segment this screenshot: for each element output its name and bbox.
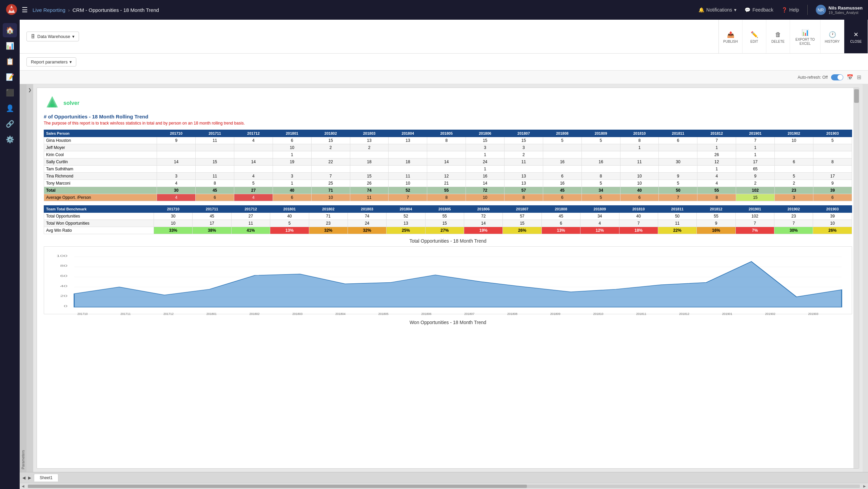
- prev-sheet-icon[interactable]: ◀: [22, 475, 25, 480]
- sidebar-item-integrations[interactable]: 🔗: [3, 117, 17, 131]
- bench-cell-name: Avg Win Ratio: [44, 227, 154, 234]
- cell-value: [775, 151, 813, 158]
- bench-cell-value: 14: [464, 220, 503, 227]
- average-cell: 8: [697, 194, 736, 201]
- table-header-201812: 201812: [697, 130, 736, 137]
- breadcrumb-link[interactable]: Live Reporting: [33, 7, 65, 13]
- total-cell: 55: [697, 187, 736, 194]
- cell-value: 2: [736, 180, 775, 187]
- bench-cell-value: 26%: [503, 227, 541, 234]
- bench-cell-value: 7%: [735, 227, 774, 234]
- cell-value: 2: [775, 180, 813, 187]
- sidebar-item-inputs[interactable]: 📝: [3, 70, 17, 84]
- cell-value: 5: [581, 137, 620, 144]
- sidebar-item-models[interactable]: ⬛: [3, 86, 17, 100]
- report-frame: solver # of Opportunities - 18 Month Rol…: [37, 88, 859, 469]
- vertical-scrollbar[interactable]: [853, 88, 859, 468]
- cell-salesperson: Jeff Moyer: [44, 144, 157, 151]
- feedback-button[interactable]: 💬 Feedback: [745, 7, 773, 13]
- chart1-x-label: 201801: [206, 312, 217, 316]
- cell-value: [311, 151, 350, 158]
- bench-cell-value: 45: [193, 213, 231, 220]
- table-header-201901: 201901: [736, 130, 775, 137]
- report-parameters-button[interactable]: Report parameters ▾: [26, 57, 76, 67]
- sidebar-item-data[interactable]: 📋: [3, 54, 17, 69]
- sheet1-tab[interactable]: Sheet1: [34, 474, 58, 482]
- bench-cell-value: 72: [464, 213, 503, 220]
- cell-salesperson: Tam Suthitham: [44, 166, 157, 173]
- cell-value: 2: [311, 144, 350, 151]
- bench-header-201812: 201812: [697, 206, 735, 213]
- export-excel-button[interactable]: 📊 EXPORT TO EXCEL: [790, 20, 821, 53]
- cell-salesperson: Kirin Cool: [44, 151, 157, 158]
- average-cell: 15: [736, 194, 775, 201]
- topbar: ☰ Live Reporting › CRM - Opportunities -…: [0, 0, 868, 20]
- cell-value: [813, 151, 852, 158]
- help-button[interactable]: ❓ Help: [782, 7, 799, 13]
- bench-header-201903: 201903: [813, 206, 852, 213]
- left-panel-arrow[interactable]: ❯: [26, 84, 33, 472]
- breadcrumb-separator: ›: [68, 7, 70, 13]
- total-cell: 23: [775, 187, 813, 194]
- cell-value: 8: [620, 137, 659, 144]
- sidebar-item-home[interactable]: 🏠: [3, 23, 17, 37]
- bench-header-201809: 201809: [580, 206, 619, 213]
- chart1-section: Total Opportunities - 18 Month Trend 0 2…: [44, 238, 852, 314]
- table-header-201802: 201802: [311, 130, 350, 137]
- publish-button[interactable]: 📤 PUBLISH: [719, 20, 743, 53]
- sidebar-item-users[interactable]: 👤: [3, 101, 17, 115]
- breadcrumb-current: CRM - Opportunities - 18 Month Trend: [73, 7, 159, 13]
- cell-value: 4: [234, 173, 273, 180]
- cell-value: 3: [273, 173, 311, 180]
- notifications-button[interactable]: 🔔 Notifications ▾: [698, 7, 736, 13]
- scroll-right-panel[interactable]: [863, 84, 868, 472]
- table-header-201806: 201806: [466, 130, 505, 137]
- average-cell: 7: [389, 194, 427, 201]
- bench-header-201807: 201807: [503, 206, 541, 213]
- svg-text:60: 60: [60, 274, 67, 278]
- table-row: Tam Suthitham1165: [44, 166, 852, 173]
- cell-value: [273, 166, 311, 173]
- average-cell: 4: [234, 194, 273, 201]
- bench-row: Total Opportunities304527407174525572574…: [44, 213, 852, 220]
- chart1-x-label: 201803: [292, 312, 302, 316]
- chart1-x-label: 201711: [120, 312, 131, 316]
- parameters-side-tab[interactable]: Parameters: [20, 84, 26, 472]
- chart1-x-label: 201808: [507, 312, 517, 316]
- average-cell: 4: [157, 194, 196, 201]
- autorefresh-toggle[interactable]: [831, 74, 843, 80]
- bench-cell-value: 30: [154, 213, 193, 220]
- table-row: Tony Marconi48512526102114131651054229: [44, 180, 852, 187]
- average-cell: 7: [659, 194, 697, 201]
- database-icon: 🗄: [31, 34, 35, 39]
- delete-button[interactable]: 🗑 DELETE: [766, 20, 790, 53]
- svg-point-2: [10, 8, 13, 11]
- bench-cell-value: 7: [774, 220, 813, 227]
- table-header-201810: 201810: [620, 130, 659, 137]
- user-menu[interactable]: NR Nils Rasmussen 19_Sales_Analyst: [816, 5, 863, 15]
- close-button[interactable]: ✕ CLOSE: [844, 20, 868, 53]
- menu-icon[interactable]: ☰: [22, 6, 28, 14]
- sidebar-item-reports[interactable]: 📊: [3, 39, 17, 53]
- table-header-201902: 201902: [775, 130, 813, 137]
- cell-value: [389, 166, 427, 173]
- bench-header-201805: 201805: [425, 206, 464, 213]
- chart1-container: 0 20 40 60 80 100: [44, 246, 852, 314]
- cell-value: [350, 151, 389, 158]
- content-area: Parameters ❯ solver # of Opportu: [20, 84, 868, 472]
- chart1-x-label: 201712: [163, 312, 174, 316]
- next-sheet-icon[interactable]: ▶: [28, 475, 31, 480]
- edit-button[interactable]: ✏️ EDIT: [743, 20, 766, 53]
- history-button[interactable]: 🕐 HISTORY: [821, 20, 844, 53]
- sidebar-item-settings[interactable]: ⚙️: [3, 132, 17, 147]
- sidebar: 🏠 📊 📋 📝 ⬛ 👤 🔗 ⚙️: [0, 20, 20, 489]
- cell-value: 11: [389, 173, 427, 180]
- chart2-title: Won Opportunities - 18 Month Trend: [44, 320, 852, 325]
- cell-value: 10: [273, 144, 311, 151]
- chart1-x-label: 201805: [378, 312, 389, 316]
- cell-value: 2: [350, 144, 389, 151]
- horizontal-scrollbar[interactable]: ◀ ▶: [20, 483, 868, 489]
- data-warehouse-button[interactable]: 🗄 Data Warehouse ▾: [26, 32, 79, 41]
- bench-header-201801: 201801: [270, 206, 309, 213]
- help-icon: ❓: [782, 7, 787, 13]
